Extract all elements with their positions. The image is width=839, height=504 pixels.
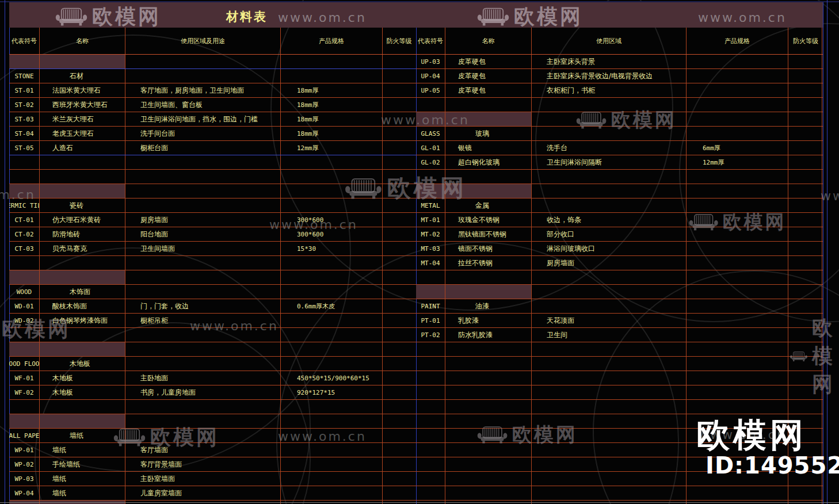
table-cell-fire — [383, 472, 415, 486]
table-cell-code: WALL PAPER — [9, 429, 40, 442]
table-cell-spec: 18mm厚 — [281, 83, 383, 97]
table-cell-spec — [687, 55, 788, 68]
table-header-cell: 名称 — [40, 28, 125, 54]
table-cell-name: 乳胶漆 — [445, 314, 532, 327]
table-cell-area — [125, 328, 281, 342]
table-cell-code — [9, 170, 40, 184]
table-cell-code: UP-04 — [416, 69, 445, 83]
table-cell-area: 卫生间淋浴间隔断 — [532, 155, 687, 169]
table-cell-name: 超白钢化玻璃 — [445, 155, 532, 169]
table-cell-spec — [281, 472, 383, 486]
table-cell-code — [416, 98, 445, 112]
table-cell-fire — [788, 112, 823, 126]
table-cell-fire — [788, 314, 823, 327]
table-cell-fire — [788, 270, 823, 284]
table-cell-fire — [383, 83, 415, 97]
table-cell-spec: 12mm厚 — [281, 141, 383, 155]
table-row: ST-01法国米黄大理石客厅地面，厨房地面，卫生间地面18mm厚 — [9, 83, 416, 98]
table-cell-code: CERMIC TILE — [9, 198, 40, 212]
table-cell-fire — [788, 127, 823, 140]
table-cell-code — [9, 342, 40, 356]
table-cell-name — [40, 256, 125, 270]
table-row: MT-03镜面不锈钢淋浴间玻璃收口 — [416, 242, 823, 256]
table-cell-area: 客厅背景墙面 — [125, 457, 281, 471]
table-row: ST-04老虎玉大理石洗手间台面18mm厚 — [9, 127, 416, 141]
table-cell-fire — [788, 385, 823, 399]
table-cell-spec — [281, 170, 383, 184]
table-cell-name: 人造石 — [40, 141, 125, 155]
table-cell-spec: 300*600 — [281, 213, 383, 227]
page-left-border — [5, 0, 5, 504]
table-cell-code: WP-03 — [9, 472, 40, 486]
empty-row — [9, 328, 416, 342]
table-cell-area — [125, 198, 281, 212]
table-cell-area: 门，门套，收边 — [125, 299, 281, 313]
table-cell-code: WD-01 — [9, 299, 40, 313]
table-cell-name: 防滑地砖 — [40, 227, 125, 241]
table-cell-fire — [788, 55, 823, 68]
table-header-cell: 使用区域 — [532, 28, 687, 54]
table-row: MT-01玫瑰金不锈钢收边，饰条 — [416, 213, 823, 227]
table-cell-area: 卫生间 — [532, 328, 687, 342]
table-cell-code — [9, 270, 40, 284]
table-row: WP-03墙纸主卧室墙面 — [9, 472, 416, 486]
table-cell-name — [445, 443, 532, 457]
table-cell-spec — [281, 457, 383, 471]
table-cell-fire — [788, 213, 823, 227]
table-row: WD-02白色钢琴烤漆饰面橱柜吊柜 — [9, 314, 416, 328]
table-cell-code — [416, 112, 445, 126]
table-cell-code: UP-05 — [416, 83, 445, 97]
table-cell-name: 防水乳胶漆 — [445, 328, 532, 342]
table-cell-name: 米兰灰大理石 — [40, 112, 125, 126]
table-cell-area: 客厅地面，厨房地面，卫生间地面 — [125, 83, 281, 97]
table-cell-name: 木地板 — [40, 371, 125, 385]
table-cell-spec — [687, 112, 788, 126]
table-cell-code — [416, 285, 445, 299]
section-band-row — [416, 112, 823, 127]
empty-row — [416, 270, 823, 285]
table-cell-area: 主卧室床头背景 — [532, 55, 687, 68]
table-cell-fire — [383, 141, 415, 155]
table-cell-spec: 300*600 — [281, 227, 383, 241]
table-cell-fire — [383, 213, 415, 227]
table-cell-fire — [788, 227, 823, 241]
table-cell-area: 部分收口 — [532, 227, 687, 241]
table-cell-fire — [788, 141, 823, 155]
table-row: ST-03米兰灰大理石卫生间淋浴间地面，挡水，围边，门槛18mm厚 — [9, 112, 416, 127]
table-cell-spec: 0.6mm厚木皮 — [281, 299, 383, 313]
table-cell-spec: 920*127*15 — [281, 385, 383, 399]
table-cell-area — [532, 457, 687, 471]
table-cell-fire — [383, 414, 415, 428]
table-cell-code: MT-02 — [416, 227, 445, 241]
table-cell-fire — [788, 184, 823, 198]
table-row: STONE石材 — [9, 69, 416, 83]
table-cell-code — [416, 400, 445, 414]
table-cell-spec — [281, 414, 383, 428]
table-cell-name: 贝壳马赛克 — [40, 242, 125, 255]
table-cell-name: 玫瑰金不锈钢 — [445, 213, 532, 227]
table-cell-fire — [383, 299, 415, 313]
table-cell-spec: 18mm厚 — [281, 127, 383, 140]
table-cell-name — [40, 400, 125, 414]
table-cell-fire — [383, 371, 415, 385]
table-cell-name — [40, 55, 125, 68]
table-cell-spec — [687, 98, 788, 112]
table-row: PAINT油漆 — [416, 299, 823, 314]
table-row: GLASS玻璃 — [416, 127, 823, 141]
table-cell-code — [416, 457, 445, 471]
table-cell-spec: 18mm厚 — [281, 112, 383, 126]
table-cell-name: 酸枝木饰面 — [40, 299, 125, 313]
table-cell-code: WP-04 — [9, 486, 40, 500]
table-row: UP-03皮革硬包主卧室床头背景 — [416, 55, 823, 69]
table-cell-code: MT-01 — [416, 213, 445, 227]
table-cell-spec — [687, 242, 788, 255]
table-cell-fire — [383, 357, 415, 371]
empty-row — [416, 486, 823, 501]
empty-row — [416, 170, 823, 184]
table-cell-fire — [383, 155, 415, 169]
table-row: CT-03贝壳马赛克卫生间墙面15*30 — [9, 242, 416, 256]
table-cell-spec — [687, 198, 788, 212]
table-cell-spec: 15*30 — [281, 242, 383, 255]
table-row: WP-02手绘墙纸客厅背景墙面 — [9, 457, 416, 472]
table-cell-code: WP-02 — [9, 457, 40, 471]
